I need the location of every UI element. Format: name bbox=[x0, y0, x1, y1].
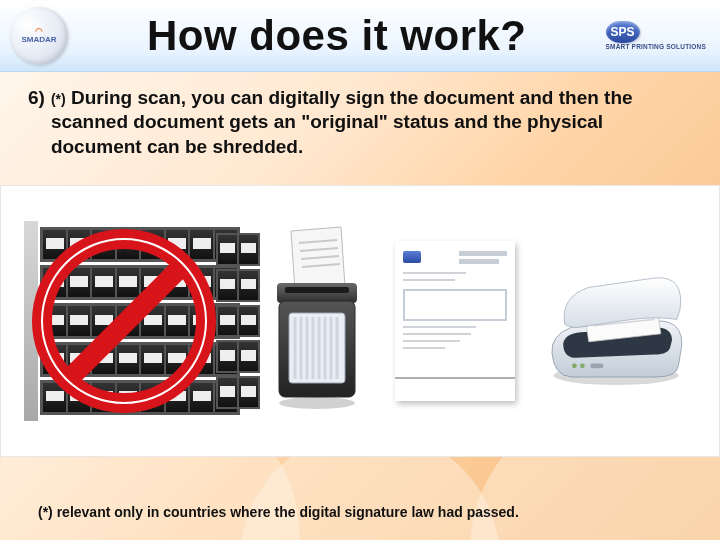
svg-point-27 bbox=[580, 363, 585, 368]
footnote: (*) relevant only in countries where the… bbox=[38, 504, 519, 520]
prohibition-sign-icon bbox=[24, 221, 244, 421]
paper-shredder-icon bbox=[255, 221, 375, 421]
graphics-row bbox=[0, 185, 720, 457]
smadar-logo: ◠ SMADAR bbox=[10, 7, 68, 65]
slide-header: ◠ SMADAR How does it work? SPS SMART PRI… bbox=[0, 0, 720, 72]
svg-line-1 bbox=[69, 266, 182, 379]
bullet-6: 6) (*) During scan, you can digitally si… bbox=[28, 86, 692, 159]
svg-rect-9 bbox=[285, 287, 349, 293]
desktop-scanner-icon bbox=[536, 221, 696, 421]
bullet-number: 6) bbox=[28, 86, 45, 159]
slide-title: How does it work? bbox=[68, 12, 606, 60]
svg-marker-3 bbox=[291, 227, 345, 291]
svg-rect-28 bbox=[590, 363, 603, 368]
svg-point-20 bbox=[279, 397, 355, 409]
prohibited-archive-icon bbox=[24, 221, 244, 421]
bullet-text: (*) During scan, you can digitally sign … bbox=[51, 86, 692, 159]
invoice-document-icon bbox=[385, 221, 525, 421]
svg-point-26 bbox=[572, 363, 577, 368]
sps-logo: SPS SMART PRINTING SOLUTIONS bbox=[606, 21, 707, 50]
